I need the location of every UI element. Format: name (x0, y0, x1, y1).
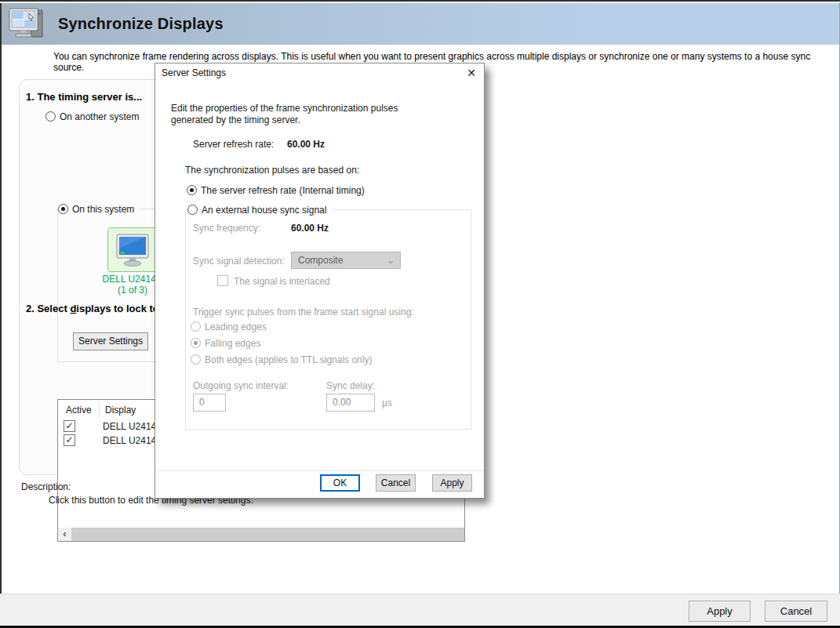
column-header-active: Active (66, 405, 92, 416)
radio-falling-edges[interactable]: Falling edges (191, 337, 260, 349)
cancel-button[interactable]: Cancel (765, 601, 827, 622)
selected-option: Composite (298, 255, 343, 266)
server-settings-dialog: Server Settings ✕ Edit the properties of… (155, 63, 485, 499)
radio-selected-icon (191, 338, 201, 348)
radio-icon (187, 205, 198, 215)
section2-heading: 2. Select displays to lock to (26, 303, 159, 314)
sync-delay-label: Sync delay: (326, 380, 375, 391)
radio-external-house-sync[interactable]: An external house sync signal (187, 204, 333, 216)
interlaced-checkbox[interactable] (217, 275, 228, 286)
radio-on-another-system[interactable]: On another system (45, 111, 139, 122)
column-separator (99, 402, 100, 418)
outgoing-sync-interval-label: Outgoing sync interval: (193, 380, 289, 391)
server-refresh-rate-label: Server refresh rate: (193, 139, 274, 150)
trigger-label: Trigger sync pulses from the frame start… (193, 307, 414, 318)
radio-selected-icon (187, 185, 197, 195)
ok-button[interactable]: OK (320, 474, 360, 492)
pulses-based-on-label: The synchronization pulses are based on: (185, 165, 359, 176)
footer-bar: Apply Cancel (0, 594, 840, 626)
radio-external-house-sync-label: An external house sync signal (202, 205, 326, 216)
active-checkbox[interactable]: ✓ (64, 434, 75, 446)
radio-on-another-system-label: On another system (60, 111, 139, 122)
description-label: Description: (21, 481, 71, 492)
radio-icon (191, 321, 201, 332)
sync-delay-unit: µs (382, 397, 392, 408)
radio-icon (191, 354, 201, 365)
radio-internal-timing-label: The server refresh rate (Internal timing… (201, 185, 365, 196)
dialog-intro-text: Edit the properties of the frame synchro… (171, 103, 442, 126)
close-icon[interactable]: ✕ (464, 65, 479, 81)
sync-frequency-label: Sync frequency: (193, 223, 260, 234)
active-checkbox[interactable]: ✓ (64, 420, 75, 432)
radio-both-edges[interactable]: Both edges (applies to TTL signals only) (191, 354, 372, 365)
column-header-display: Display (105, 405, 136, 416)
section1-heading: 1. The timing server is... (26, 91, 142, 103)
horizontal-scrollbar[interactable]: ‹ (58, 528, 464, 541)
radio-on-this-system-label: On this system (72, 204, 134, 215)
interlaced-label: The signal is interlaced (234, 276, 330, 287)
sync-frequency-value: 60.00 Hz (291, 223, 329, 234)
dialog-title: Server Settings (162, 67, 226, 78)
radio-on-this-system[interactable]: On this system (58, 203, 139, 215)
dialog-cancel-button[interactable]: Cancel (376, 474, 416, 492)
radio-falling-edges-label: Falling edges (205, 338, 260, 349)
synchronize-displays-icon (8, 7, 49, 42)
selected-display-tile[interactable] (107, 227, 158, 272)
radio-leading-edges[interactable]: Leading edges (191, 321, 267, 332)
page-title: Synchronize Displays (58, 15, 224, 33)
page-header: Synchronize Displays (2, 3, 839, 45)
sync-delay-input[interactable]: 0.00 (326, 394, 375, 412)
server-refresh-rate-value: 60.00 Hz (287, 139, 325, 150)
outgoing-sync-interval-input[interactable]: 0 (193, 394, 226, 412)
scrollbar-thumb[interactable] (71, 528, 464, 541)
monitor-icon (114, 233, 151, 267)
dialog-separator (155, 470, 484, 471)
radio-icon (45, 111, 56, 122)
chevron-down-icon: ⌄ (387, 252, 395, 268)
radio-selected-icon (58, 204, 68, 214)
sync-signal-detection-label: Sync signal detection: (193, 256, 285, 267)
apply-button[interactable]: Apply (689, 601, 751, 622)
server-settings-button[interactable]: Server Settings (73, 332, 148, 350)
sync-signal-detection-select[interactable]: Composite ⌄ (291, 252, 401, 269)
radio-both-edges-label: Both edges (applies to TTL signals only) (205, 354, 372, 365)
scroll-left-button[interactable]: ‹ (58, 528, 71, 541)
synchronize-displays-page: Synchronize Displays You can synchronize… (0, 0, 840, 628)
dialog-apply-button[interactable]: Apply (432, 474, 472, 492)
radio-internal-timing[interactable]: The server refresh rate (Internal timing… (187, 184, 365, 196)
radio-leading-edges-label: Leading edges (205, 321, 267, 332)
